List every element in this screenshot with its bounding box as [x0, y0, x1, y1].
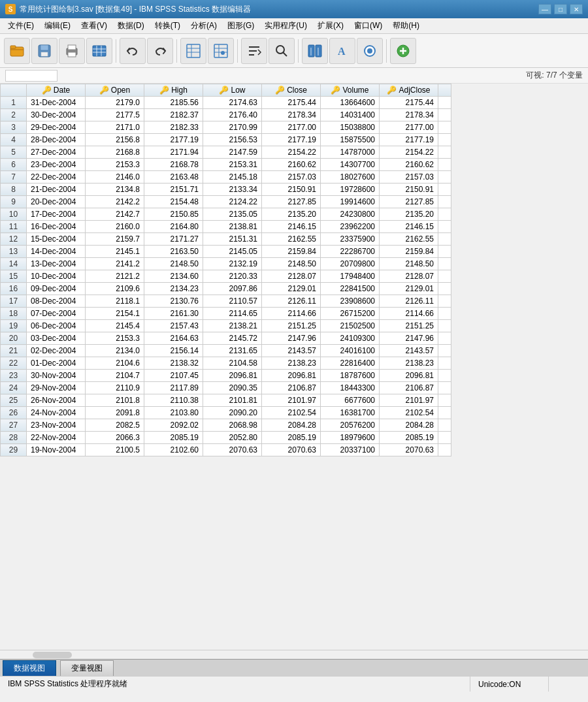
cell-close[interactable]: 2160.62 — [262, 159, 321, 171]
cell-date[interactable]: 06-Dec-2004 — [27, 320, 86, 332]
cell-close[interactable]: 2178.34 — [262, 109, 321, 121]
cell-date[interactable]: 23-Nov-2004 — [27, 419, 86, 432]
cell-high[interactable]: 2164.80 — [144, 221, 203, 233]
cell-open[interactable]: 2134.8 — [86, 183, 144, 196]
cell-volume[interactable]: 13664600 — [321, 97, 380, 109]
cell-adjclose[interactable]: 2160.62 — [380, 159, 438, 171]
cell-date[interactable]: 22-Dec-2004 — [27, 171, 86, 183]
cell-close[interactable]: 2114.66 — [262, 308, 321, 320]
table-row[interactable]: 1314-Dec-20042145.12163.502145.052159.84… — [1, 246, 451, 258]
menu-edit[interactable]: 编辑(E) — [39, 18, 76, 33]
cell-open[interactable]: 2100.5 — [86, 444, 144, 456]
cell-date[interactable]: 19-Nov-2004 — [27, 444, 86, 456]
cell-adjclose[interactable]: 2177.19 — [380, 134, 438, 146]
goto-case-button[interactable] — [180, 38, 206, 64]
cell-volume[interactable]: 22841500 — [321, 283, 380, 295]
cell-volume[interactable]: 26715200 — [321, 308, 380, 320]
cell-volume[interactable]: 20576200 — [321, 419, 380, 432]
cell-close[interactable]: 2157.03 — [262, 171, 321, 183]
cell-volume[interactable]: 24016100 — [321, 345, 380, 357]
close-button[interactable]: ✕ — [570, 4, 583, 14]
cell-date[interactable]: 20-Dec-2004 — [27, 196, 86, 208]
redo-button[interactable] — [147, 38, 173, 64]
table-row[interactable]: 428-Dec-20042156.82177.192156.532177.191… — [1, 134, 451, 146]
tab-variable-view[interactable]: 变量视图 — [60, 660, 114, 676]
cell-open[interactable]: 2153.3 — [86, 159, 144, 171]
table-row[interactable]: 2003-Dec-20042153.32164.632145.722147.96… — [1, 332, 451, 345]
cell-close[interactable]: 2129.01 — [262, 283, 321, 295]
cell-low[interactable]: 2135.05 — [203, 208, 262, 221]
cell-volume[interactable]: 19914600 — [321, 196, 380, 208]
cell-low[interactable]: 2133.34 — [203, 183, 262, 196]
cell-open[interactable]: 2177.5 — [86, 109, 144, 121]
cell-close[interactable]: 2148.50 — [262, 258, 321, 270]
cell-date[interactable]: 17-Dec-2004 — [27, 208, 86, 221]
cell-volume[interactable]: 23962200 — [321, 221, 380, 233]
table-row[interactable]: 2102-Dec-20042134.02156.142131.652143.57… — [1, 345, 451, 357]
cell-adjclose[interactable]: 2084.28 — [380, 419, 438, 432]
cell-high[interactable]: 2163.48 — [144, 171, 203, 183]
cell-close[interactable]: 2146.15 — [262, 221, 321, 233]
split-file-button[interactable] — [302, 38, 328, 64]
col-header-date[interactable]: 🔑Date — [27, 84, 86, 97]
cell-date[interactable]: 28-Dec-2004 — [27, 134, 86, 146]
cell-low[interactable]: 2145.72 — [203, 332, 262, 345]
cell-low[interactable]: 2101.81 — [203, 394, 262, 407]
cell-adjclose[interactable]: 2129.01 — [380, 283, 438, 295]
cell-open[interactable]: 2110.9 — [86, 382, 144, 394]
cell-open[interactable]: 2146.0 — [86, 171, 144, 183]
cell-open[interactable]: 2153.3 — [86, 332, 144, 345]
cell-volume[interactable]: 15875500 — [321, 134, 380, 146]
cell-adjclose[interactable]: 2159.84 — [380, 246, 438, 258]
cell-high[interactable]: 2110.38 — [144, 394, 203, 407]
table-row[interactable]: 2624-Nov-20042091.82103.802090.202102.54… — [1, 407, 451, 419]
cell-adjclose[interactable]: 2151.25 — [380, 320, 438, 332]
cell-close[interactable]: 2150.91 — [262, 183, 321, 196]
cell-close[interactable]: 2085.19 — [262, 432, 321, 444]
cell-close[interactable]: 2159.84 — [262, 246, 321, 258]
cell-low[interactable]: 2114.65 — [203, 308, 262, 320]
cell-volume[interactable]: 24109300 — [321, 332, 380, 345]
cell-date[interactable]: 10-Dec-2004 — [27, 270, 86, 283]
cell-open[interactable]: 2091.8 — [86, 407, 144, 419]
cell-volume[interactable]: 18787600 — [321, 370, 380, 382]
cell-close[interactable]: 2126.11 — [262, 295, 321, 308]
h-scrollbar[interactable] — [0, 650, 588, 659]
table-row[interactable]: 821-Dec-20042134.82151.712133.342150.911… — [1, 183, 451, 196]
cell-open[interactable]: 2118.1 — [86, 295, 144, 308]
cell-high[interactable]: 2103.80 — [144, 407, 203, 419]
col-header-high[interactable]: 🔑High — [144, 84, 203, 97]
open-folder-button[interactable] — [4, 38, 30, 64]
cell-open[interactable]: 2145.4 — [86, 320, 144, 332]
cell-adjclose[interactable]: 2128.07 — [380, 270, 438, 283]
cell-open[interactable]: 2145.1 — [86, 246, 144, 258]
table-row[interactable]: 2429-Nov-20042110.92117.892090.352106.87… — [1, 382, 451, 394]
table-row[interactable]: 2526-Nov-20042101.82110.382101.812101.97… — [1, 394, 451, 407]
cell-high[interactable]: 2107.45 — [144, 370, 203, 382]
cell-high[interactable]: 2168.78 — [144, 159, 203, 171]
cell-adjclose[interactable]: 2150.91 — [380, 183, 438, 196]
table-row[interactable]: 1017-Dec-20042142.72150.852135.052135.20… — [1, 208, 451, 221]
cell-open[interactable]: 2082.5 — [86, 419, 144, 432]
table-row[interactable]: 131-Dec-20042179.02185.562174.632175.441… — [1, 97, 451, 109]
table-row[interactable]: 2919-Nov-20042100.52102.602070.632070.63… — [1, 444, 451, 456]
cell-low[interactable]: 2052.80 — [203, 432, 262, 444]
cell-high[interactable]: 2163.50 — [144, 246, 203, 258]
cell-high[interactable]: 2150.85 — [144, 208, 203, 221]
cell-high[interactable]: 2151.71 — [144, 183, 203, 196]
cell-volume[interactable]: 20337100 — [321, 444, 380, 456]
cell-adjclose[interactable]: 2126.11 — [380, 295, 438, 308]
cell-date[interactable]: 23-Dec-2004 — [27, 159, 86, 171]
cell-adjclose[interactable]: 2070.63 — [380, 444, 438, 456]
cell-low[interactable]: 2120.33 — [203, 270, 262, 283]
cell-volume[interactable]: 24230800 — [321, 208, 380, 221]
cell-date[interactable]: 26-Nov-2004 — [27, 394, 86, 407]
table-row[interactable]: 2201-Dec-20042104.62138.322104.582138.23… — [1, 357, 451, 370]
table-row[interactable]: 1413-Dec-20042141.22148.502132.192148.50… — [1, 258, 451, 270]
cell-close[interactable]: 2070.63 — [262, 444, 321, 456]
cell-date[interactable]: 30-Dec-2004 — [27, 109, 86, 121]
table-row[interactable]: 1215-Dec-20042159.72171.272151.312162.55… — [1, 233, 451, 246]
save-button[interactable] — [31, 38, 57, 64]
cell-low[interactable]: 2170.99 — [203, 121, 262, 134]
cell-open[interactable]: 2109.6 — [86, 283, 144, 295]
